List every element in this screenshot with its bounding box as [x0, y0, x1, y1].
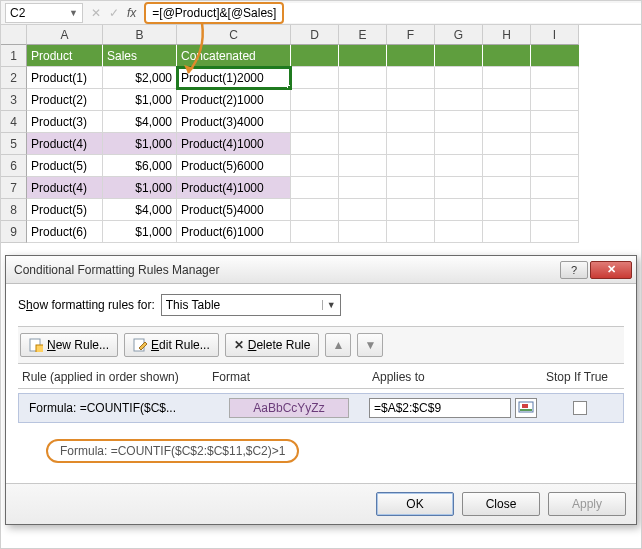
applies-to-input[interactable]: =$A$2:$C$9	[369, 398, 511, 418]
fx-icon[interactable]: fx	[127, 6, 136, 20]
col-header-f[interactable]: F	[387, 25, 435, 45]
fill-handle[interactable]	[287, 85, 291, 89]
show-rules-row: Show formatting rules for: This Table ▼	[18, 294, 624, 316]
chevron-down-icon[interactable]: ▼	[69, 8, 78, 18]
table-row: 9Product(6)$1,000Product(6)1000	[1, 221, 641, 243]
col-header-b[interactable]: B	[103, 25, 177, 45]
header-sales[interactable]: Sales	[103, 45, 177, 67]
stop-if-true-checkbox[interactable]	[573, 401, 587, 415]
edit-rule-button[interactable]: Edit Rule...	[124, 333, 219, 357]
table-row: 2Product(1)$2,000Product(1)2000	[1, 67, 641, 89]
apply-button[interactable]: Apply	[548, 492, 626, 516]
table-row: 4Product(3)$4,000Product(3)4000	[1, 111, 641, 133]
row-header[interactable]: 8	[1, 199, 27, 221]
cell-product[interactable]: Product(2)	[27, 89, 103, 111]
cell-concat[interactable]: Product(4)1000	[177, 133, 291, 155]
cell-sales[interactable]: $1,000	[103, 89, 177, 111]
cell-concat[interactable]: Product(2)1000	[177, 89, 291, 111]
cell-product[interactable]: Product(1)	[27, 67, 103, 89]
dialog-titlebar[interactable]: Conditional Formatting Rules Manager ? ✕	[6, 256, 636, 284]
cell-concat[interactable]: Product(5)6000	[177, 155, 291, 177]
cell-product[interactable]: Product(6)	[27, 221, 103, 243]
row-header[interactable]: 2	[1, 67, 27, 89]
cell-sales[interactable]: $4,000	[103, 199, 177, 221]
header-product[interactable]: Product	[27, 45, 103, 67]
table-row: 6Product(5)$6,000Product(5)6000	[1, 155, 641, 177]
format-preview: AaBbCcYyZz	[229, 398, 349, 418]
rule-full-formula: Formula: =COUNTIF($C$2:$C$11,$C2)>1	[46, 439, 299, 463]
dialog-title: Conditional Formatting Rules Manager	[14, 263, 560, 277]
cell-sales[interactable]: $2,000	[103, 67, 177, 89]
rules-manager-dialog: Conditional Formatting Rules Manager ? ✕…	[5, 255, 637, 525]
edit-icon	[133, 338, 147, 352]
cell-concat[interactable]: Product(6)1000	[177, 221, 291, 243]
help-button[interactable]: ?	[560, 261, 588, 279]
table-row: 8Product(5)$4,000Product(5)4000	[1, 199, 641, 221]
row-header[interactable]: 4	[1, 111, 27, 133]
col-header-h[interactable]: H	[483, 25, 531, 45]
svg-rect-5	[520, 409, 532, 411]
scope-dropdown[interactable]: This Table ▼	[161, 294, 341, 316]
ok-button[interactable]: OK	[376, 492, 454, 516]
move-up-button[interactable]: ▲	[325, 333, 351, 357]
delete-icon: ✕	[234, 338, 244, 352]
show-rules-label: Show formatting rules for:	[18, 298, 155, 312]
close-button[interactable]: Close	[462, 492, 540, 516]
new-icon	[29, 338, 43, 352]
row-header[interactable]: 7	[1, 177, 27, 199]
col-header-c[interactable]: C	[177, 25, 291, 45]
range-picker-icon	[518, 401, 534, 415]
formula-bar: C2 ▼ ✕ ✓ fx =[@Product]&[@Sales]	[1, 1, 641, 25]
row-header[interactable]: 1	[1, 45, 27, 67]
row-header[interactable]: 9	[1, 221, 27, 243]
row-header[interactable]: 3	[1, 89, 27, 111]
cell-concat[interactable]: Product(3)4000	[177, 111, 291, 133]
cell-product[interactable]: Product(5)	[27, 155, 103, 177]
formula-input[interactable]: =[@Product]&[@Sales]	[144, 3, 641, 23]
cell-concat[interactable]: Product(4)1000	[177, 177, 291, 199]
cell-sales[interactable]: $1,000	[103, 133, 177, 155]
chevron-down-icon: ▼	[322, 300, 336, 310]
table-row: 3Product(2)$1,000Product(2)1000	[1, 89, 641, 111]
col-applies: Applies to	[372, 370, 534, 384]
table-row: 5Product(4)$1,000Product(4)1000	[1, 133, 641, 155]
col-header-d[interactable]: D	[291, 25, 339, 45]
col-header-g[interactable]: G	[435, 25, 483, 45]
cell-sales[interactable]: $1,000	[103, 221, 177, 243]
cell-product[interactable]: Product(5)	[27, 199, 103, 221]
svg-rect-4	[522, 404, 528, 408]
cell-concat[interactable]: Product(5)4000	[177, 199, 291, 221]
cancel-icon[interactable]: ✕	[91, 6, 101, 20]
select-all-corner[interactable]	[1, 25, 27, 45]
col-header-a[interactable]: A	[27, 25, 103, 45]
cell-sales[interactable]: $1,000	[103, 177, 177, 199]
col-header-e[interactable]: E	[339, 25, 387, 45]
triangle-up-icon: ▲	[333, 338, 345, 352]
rule-detail-callout: Formula: =COUNTIF($C$2:$C$11,$C2)>1	[46, 439, 624, 463]
name-box[interactable]: C2 ▼	[5, 3, 83, 23]
table-header-row: 1 Product Sales Concatenated	[1, 45, 641, 67]
move-down-button[interactable]: ▼	[357, 333, 383, 357]
close-icon[interactable]: ✕	[590, 261, 632, 279]
name-box-value: C2	[10, 6, 25, 20]
range-picker-button[interactable]	[515, 398, 537, 418]
row-header[interactable]: 6	[1, 155, 27, 177]
row-header[interactable]: 5	[1, 133, 27, 155]
col-stop: Stop If True	[534, 370, 620, 384]
cell-sales[interactable]: $6,000	[103, 155, 177, 177]
cell-product[interactable]: Product(4)	[27, 133, 103, 155]
rule-row[interactable]: Formula: =COUNTIF($C$... AaBbCcYyZz =$A$…	[18, 393, 624, 423]
delete-rule-button[interactable]: ✕ Delete Rule	[225, 333, 320, 357]
header-concat[interactable]: Concatenated	[177, 45, 291, 67]
accept-icon[interactable]: ✓	[109, 6, 119, 20]
col-header-i[interactable]: I	[531, 25, 579, 45]
table-row: 7Product(4)$1,000Product(4)1000	[1, 177, 641, 199]
rows: 1 Product Sales Concatenated 2Product(1)…	[1, 45, 641, 243]
cell-product[interactable]: Product(4)	[27, 177, 103, 199]
cell-concat[interactable]: Product(1)2000	[177, 67, 291, 89]
new-rule-button[interactable]: NNew Rule...ew Rule...	[20, 333, 118, 357]
triangle-down-icon: ▼	[365, 338, 377, 352]
column-headers: A B C D E F G H I	[1, 25, 641, 45]
cell-sales[interactable]: $4,000	[103, 111, 177, 133]
cell-product[interactable]: Product(3)	[27, 111, 103, 133]
